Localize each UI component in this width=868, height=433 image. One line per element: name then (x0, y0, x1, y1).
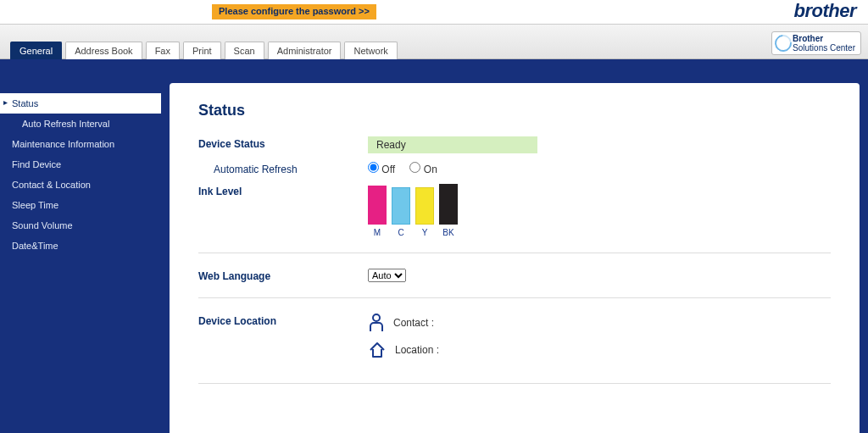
main-tabs: General Address Book Fax Print Scan Admi… (10, 42, 398, 59)
ink-bar-m (368, 186, 387, 225)
sidebar-item-contact-location[interactable]: Contact & Location (0, 175, 161, 195)
ink-bk: BK (439, 184, 458, 237)
automatic-refresh-off-text: Off (381, 164, 395, 175)
divider (198, 253, 831, 253)
ink-label-c: C (392, 228, 410, 237)
sidebar-item-sound-volume[interactable]: Sound Volume (0, 215, 161, 236)
automatic-refresh-off-radio[interactable] (368, 162, 379, 173)
location-icon (368, 341, 387, 359)
automatic-refresh-on-label[interactable]: On (409, 164, 437, 175)
ink-level-block: M C Y BK (368, 184, 831, 237)
contact-label: Contact : (393, 317, 434, 329)
sidebar-item-auto-refresh-interval[interactable]: Auto Refresh Interval (0, 114, 161, 134)
ink-label-bk: BK (439, 228, 458, 237)
divider (198, 297, 831, 298)
automatic-refresh-on-text: On (424, 164, 437, 175)
label-automatic-refresh: Automatic Refresh (198, 162, 368, 175)
label-device-status: Device Status (198, 136, 368, 150)
contact-icon (368, 314, 385, 332)
solutions-center-link[interactable]: Brother Solutions Center (771, 31, 861, 55)
sidebar-item-sleep-time[interactable]: Sleep Time (0, 195, 161, 215)
solutions-center-line2: Solutions Center (793, 43, 855, 53)
ink-bar-bk (439, 184, 458, 225)
tab-administrator[interactable]: Administrator (268, 42, 342, 59)
label-web-language: Web Language (198, 269, 368, 282)
divider (198, 383, 831, 384)
tab-fax[interactable]: Fax (146, 42, 180, 59)
label-device-location: Device Location (198, 314, 368, 327)
tab-address-book[interactable]: Address Book (65, 42, 142, 59)
tab-general[interactable]: General (10, 42, 62, 59)
web-language-select[interactable]: Auto (368, 269, 406, 282)
ink-bar-c (392, 187, 410, 225)
sidebar: Status Auto Refresh Interval Maintenance… (0, 59, 161, 256)
content-card: Status Device Status Ready Automatic Ref… (170, 83, 860, 433)
automatic-refresh-on-radio[interactable] (409, 162, 420, 173)
ink-label-m: M (368, 228, 387, 237)
page-title: Status (198, 102, 831, 119)
label-ink-level: Ink Level (198, 184, 368, 197)
brand-logo: brother (794, 0, 857, 22)
solutions-center-line1: Brother (793, 34, 823, 43)
tab-scan[interactable]: Scan (225, 42, 264, 59)
sidebar-item-maintenance-information[interactable]: Maintenance Information (0, 134, 161, 154)
tab-print[interactable]: Print (183, 42, 221, 59)
ink-bar-y (415, 187, 434, 225)
automatic-refresh-off-label[interactable]: Off (368, 164, 395, 175)
device-status-value: Ready (368, 136, 537, 153)
location-label: Location : (395, 344, 439, 356)
ink-y: Y (415, 184, 434, 237)
ink-m: M (368, 184, 387, 237)
sidebar-item-status[interactable]: Status (0, 93, 161, 114)
sidebar-item-date-time[interactable]: Date&Time (0, 236, 161, 256)
ink-c: C (392, 184, 410, 237)
svg-point-0 (373, 314, 380, 321)
sidebar-item-find-device[interactable]: Find Device (0, 154, 161, 175)
ink-label-y: Y (415, 228, 434, 237)
configure-password-banner[interactable]: Please configure the password >> (212, 4, 376, 19)
tab-network[interactable]: Network (344, 42, 397, 59)
